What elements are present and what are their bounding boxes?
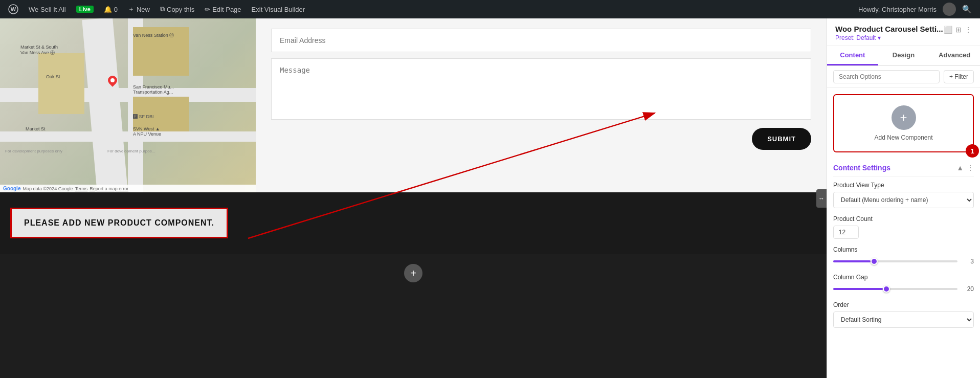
product-placeholder: PLEASE ADD NEW PRODUCT COMPONENT. [10,208,228,238]
map-label-vanness-station: Van Ness Station ⓔ [133,32,174,39]
panel-grid-icon[interactable]: ⊞ [955,26,962,34]
panel-header: Woo Product Carousel Setti... ⬜ ⊞ ⋮ Pres… [827,18,980,46]
howdy-text: Howdy, Christopher Morris [858,6,937,13]
edit-page-button[interactable]: ✏ Edit Page [201,0,245,18]
map-label-dev2: For development purpos... [107,149,155,153]
product-view-type-label: Product View Type [833,182,974,189]
collapse-icon[interactable]: ▲ [956,164,964,172]
product-view-type-row: Product View Type Default (Menu ordering… [833,182,974,208]
add-section-button[interactable]: + [404,264,422,282]
map-terms[interactable]: Terms [75,186,88,191]
column-gap-slider-fill [833,288,883,290]
admin-bar: W We Sell It All Live 🔔 0 ＋ New ⧉ Copy t… [0,0,980,18]
columns-slider-fill [833,260,871,262]
settings-header: Content Settings ▲ ⋮ [833,159,974,176]
map-street-h2 [0,131,256,142]
map-container: Market St & SouthVan Ness Ave ⓔ Van Ness… [0,18,256,192]
product-section: PLEASE ADD NEW PRODUCT COMPONENT. [0,192,827,254]
add-component-label: Add New Component [874,134,932,141]
svg-text:W: W [11,6,16,12]
map-street-v1 [82,18,127,192]
column-gap-slider-track [833,288,957,290]
column-gap-slider-thumb[interactable] [883,285,890,293]
product-count-label: Product Count [833,215,974,223]
search-options-input[interactable] [833,70,940,83]
panel-tabs: Content Design Advanced [827,46,980,66]
map-pin [107,76,118,89]
contact-section: Market St & SouthVan Ness Ave ⓔ Van Ness… [0,18,827,192]
add-component-card[interactable]: + Add New Component 1 [833,94,974,152]
map-placeholder: Market St & SouthVan Ness Ave ⓔ Van Ness… [0,18,256,192]
main-layout: Market St & SouthVan Ness Ave ⓔ Van Ness… [0,18,980,378]
column-gap-slider-row: 20 [833,284,974,294]
columns-slider-thumb[interactable] [871,258,878,265]
tab-design[interactable]: Design [878,46,929,65]
column-gap-slider-container [833,284,957,294]
content-settings-title: Content Settings [833,164,890,172]
settings-header-icons: ▲ ⋮ [956,164,974,172]
panel-restore-icon[interactable]: ⬜ [944,26,952,34]
column-gap-slider-value: 20 [962,285,974,293]
new-button[interactable]: ＋ New [124,0,154,18]
map-label-svn: SVN West ▲A NPU Venue [133,126,161,137]
copy-this-button[interactable]: ⧉ Copy this [156,0,198,18]
tab-advanced[interactable]: Advanced [929,46,980,65]
panel-preset[interactable]: Preset: Default [835,34,972,41]
email-input[interactable] [271,29,811,52]
map-label-market: Market St & SouthVan Ness Ave ⓔ [20,45,58,56]
columns-slider-value: 3 [962,258,974,265]
map-footer: Google Map data ©2024 Google Terms Repor… [0,185,256,192]
badge-number: 1 [966,144,979,158]
panel-title: Woo Product Carousel Setti... [835,25,943,33]
map-label-oak: Oak St [46,74,60,79]
site-name[interactable]: We Sell It All [25,0,70,18]
columns-slider-track [833,260,957,262]
order-label: Order [833,301,974,308]
content-settings-section: Content Settings ▲ ⋮ Product View Type D… [827,159,980,378]
product-placeholder-text: PLEASE ADD NEW PRODUCT COMPONENT. [24,218,214,227]
page-content: Market St & SouthVan Ness Ave ⓔ Van Ness… [0,18,827,378]
live-badge[interactable]: Live [72,0,98,18]
search-icon[interactable]: 🔍 [958,5,976,14]
column-gap-label: Column Gap [833,274,974,281]
form-section: SUBMIT [256,18,827,192]
more-options-icon[interactable]: ⋮ [967,164,974,172]
wp-logo-button[interactable]: W [4,0,23,18]
column-gap-row: Column Gap 20 [833,274,974,294]
order-row: Order Default Sorting [833,301,974,328]
product-count-input[interactable] [833,226,859,239]
panel-search-row: + Filter [827,66,980,88]
columns-slider-container [833,256,957,266]
map-label-sanfrancisco: San Francisco Mu...Transportation Ag... [133,84,174,95]
map-report[interactable]: Report a map error [90,186,128,191]
wp-logo-icon: W [8,4,18,14]
map-label-dev1: For development purposes only [5,149,62,153]
order-select[interactable]: Default Sorting [833,312,974,328]
map-block1 [38,53,84,114]
submit-button[interactable]: SUBMIT [752,128,811,150]
message-textarea[interactable] [271,58,811,120]
product-count-number-row [833,226,974,239]
product-view-type-select[interactable]: Default (Menu ordering + name) [833,192,974,208]
add-component-circle: + [892,105,916,130]
exit-visual-builder-button[interactable]: Exit Visual Builder [248,0,309,18]
avatar[interactable] [943,3,956,16]
map-label-sfdbi: 🅿 SF DBI [133,114,154,119]
panel-menu-icon[interactable]: ⋮ [965,26,972,34]
google-logo: Google [3,186,20,191]
canvas-area: Market St & SouthVan Ness Ave ⓔ Van Ness… [0,18,827,378]
tab-content[interactable]: Content [827,46,878,65]
filter-button[interactable]: + Filter [944,70,974,83]
product-count-row: Product Count [833,215,974,239]
notifications-button[interactable]: 🔔 0 [100,0,122,18]
resize-handle[interactable]: ↔ [816,189,827,208]
map-copyright: Map data ©2024 Google [23,186,73,191]
columns-row: Columns 3 [833,246,974,266]
map-label-market2: Market St [26,126,46,131]
add-component-plus-icon: + [900,110,907,125]
columns-label: Columns [833,246,974,253]
columns-slider-row: 3 [833,256,974,266]
right-panel: Woo Product Carousel Setti... ⬜ ⊞ ⋮ Pres… [827,18,980,378]
add-section-row: + [0,254,827,293]
